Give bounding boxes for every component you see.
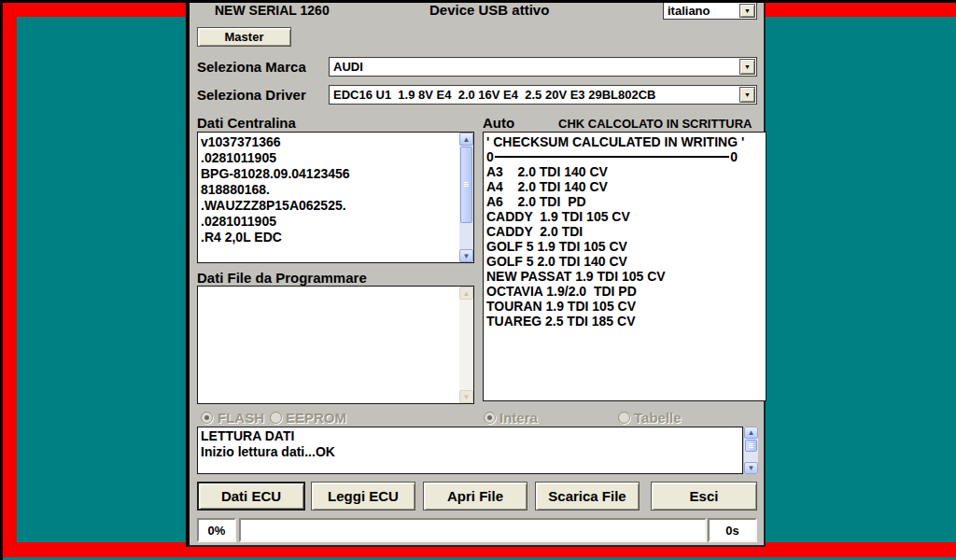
ecu-data-label: Dati Centralina xyxy=(197,115,296,131)
flash-radio-label: FLASH xyxy=(218,410,264,426)
progress-bar xyxy=(239,518,707,542)
scroll-down-icon: ▼ xyxy=(459,390,473,403)
leggi-ecu-button[interactable]: Leggi ECU xyxy=(311,482,415,511)
tabelle-radio-label: Tabelle xyxy=(634,410,682,426)
tabelle-radio xyxy=(618,412,630,424)
file-data-listbox[interactable]: ▲ ▼ xyxy=(197,286,474,404)
driver-select[interactable]: EDC16 U1 1.9 8V E4 2.0 16V E4 2.5 20V E3… xyxy=(329,85,757,105)
chk-calc-label: CHK CALCOLATO IN SCRITTURA xyxy=(558,117,752,131)
progress-percent: 0% xyxy=(197,518,236,542)
ecu-data-line: 818880168. xyxy=(198,182,458,198)
dati-ecu-button[interactable]: Dati ECU xyxy=(197,482,305,511)
ecu-scrollbar-thumb[interactable] xyxy=(460,147,472,223)
ecu-scrollbar[interactable]: ▲ ▼ xyxy=(459,133,473,262)
ecu-data-line: .WAUZZZ8P15A062525. xyxy=(198,198,458,214)
car-model-item: GOLF 5 2.0 TDI 140 CV xyxy=(484,254,766,269)
driver-value: EDC16 U1 1.9 8V E4 2.0 16V E4 2.5 20V E3… xyxy=(333,88,655,102)
scroll-up-icon[interactable]: ▲ xyxy=(744,427,758,439)
flash-radio xyxy=(201,412,213,424)
separator-left-end: 0 xyxy=(486,149,494,164)
chevron-down-icon[interactable]: ▼ xyxy=(739,4,755,18)
checksum-note: ' CHECKSUM CALCULATED IN WRITING ' xyxy=(484,134,766,149)
car-model-list: A3 2.0 TDI 140 CVA4 2.0 TDI 140 CVA6 2.0… xyxy=(484,164,766,329)
car-model-item: A4 2.0 TDI 140 CV xyxy=(484,179,766,194)
eeprom-radio xyxy=(270,412,282,424)
esci-button[interactable]: Esci xyxy=(651,482,757,511)
file-scrollbar: ▲ ▼ xyxy=(459,287,473,403)
ecu-data-lines: v1037371366.0281011905BPG-81028.09.04123… xyxy=(198,133,473,245)
car-model-item: GOLF 5 1.9 TDI 105 CV xyxy=(484,239,766,254)
car-model-item: NEW PASSAT 1.9 TDI 105 CV xyxy=(484,269,766,284)
eeprom-radio-label: EEPROM xyxy=(286,410,346,426)
log-scrollbar[interactable]: ▲ ▼ xyxy=(744,427,758,474)
scarica-file-button[interactable]: Scarica File xyxy=(535,482,640,511)
marca-label: Seleziona Marca xyxy=(197,59,306,75)
car-model-item: A6 2.0 TDI PD xyxy=(484,194,766,209)
auto-models-listbox[interactable]: ' CHECKSUM CALCULATED IN WRITING ' 0 0 A… xyxy=(483,132,766,401)
language-value: italiano xyxy=(668,4,710,18)
scroll-down-icon[interactable]: ▼ xyxy=(459,249,473,262)
apri-file-button[interactable]: Apri File xyxy=(423,482,527,511)
ecu-data-listbox[interactable]: v1037371366.0281011905BPG-81028.09.04123… xyxy=(197,132,474,263)
car-model-item: A3 2.0 TDI 140 CV xyxy=(484,164,766,179)
master-button[interactable]: Master xyxy=(197,27,291,47)
log-lines: LETTURA DATIInizio lettura dati...OK xyxy=(198,427,742,460)
screen-left-edge xyxy=(0,0,3,560)
marca-value: AUDI xyxy=(333,60,363,74)
ecu-data-line: .0281011905 xyxy=(198,150,458,166)
serial-label: NEW SERIAL 1260 xyxy=(215,3,330,18)
file-data-label: Dati File da Programmare xyxy=(197,270,367,286)
device-status-label: Device USB attivo xyxy=(429,2,549,18)
elapsed-time: 0s xyxy=(708,518,757,542)
chevron-down-icon[interactable]: ▼ xyxy=(739,87,755,103)
desktop-frame-left xyxy=(3,3,17,557)
ecu-data-line: .0281011905 xyxy=(198,214,458,230)
auto-label: Auto xyxy=(483,115,514,131)
chevron-down-icon[interactable]: ▼ xyxy=(739,59,755,75)
log-textbox[interactable]: LETTURA DATIInizio lettura dati...OK xyxy=(197,427,743,474)
intera-radio-label: Intera xyxy=(499,410,538,426)
marca-select[interactable]: AUDI ▼ xyxy=(329,57,757,77)
car-model-item: TUAREG 2.5 TDI 185 CV xyxy=(484,314,766,329)
log-line: Inizio lettura dati...OK xyxy=(198,444,742,460)
log-scrollbar-thumb[interactable] xyxy=(745,440,757,452)
car-model-item: TOURAN 1.9 TDI 105 CV xyxy=(484,299,766,314)
separator-right-end: 0 xyxy=(730,149,738,164)
ecu-data-line: v1037371366 xyxy=(198,134,458,150)
driver-label: Seleziona Driver xyxy=(197,87,306,103)
language-select[interactable]: italiano ▼ xyxy=(663,2,757,20)
ecu-data-line: BPG-81028.09.04123456 xyxy=(198,166,458,182)
car-model-item: OCTAVIA 1.9/2.0 TDI PD xyxy=(484,284,766,299)
car-model-item: CADDY 1.9 TDI 105 CV xyxy=(484,209,766,224)
file-data-lines xyxy=(198,287,473,288)
separator-line xyxy=(495,156,729,158)
scroll-down-icon[interactable]: ▼ xyxy=(744,462,758,474)
ecu-data-line: .R4 2,0L EDC xyxy=(198,230,458,245)
checksum-separator: 0 0 xyxy=(484,149,738,164)
log-line: LETTURA DATI xyxy=(198,428,742,444)
car-model-item: CADDY 2.0 TDI xyxy=(484,224,766,239)
flasher-dialog: NEW SERIAL 1260 Device USB attivo italia… xyxy=(186,0,766,547)
scroll-up-icon: ▲ xyxy=(459,287,473,300)
intera-radio xyxy=(484,412,496,424)
scroll-up-icon[interactable]: ▲ xyxy=(459,133,473,146)
screen-top-edge xyxy=(0,0,956,3)
